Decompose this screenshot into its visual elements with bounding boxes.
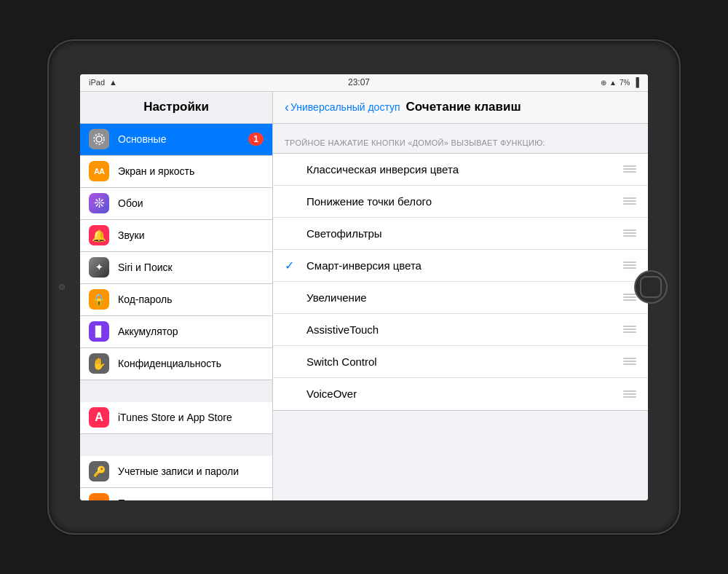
sidebar-item-osnov[interactable]: Основные 1 bbox=[80, 124, 272, 156]
mail-label: Почта bbox=[118, 498, 264, 500]
sidebar-item-wallpaper[interactable]: ❊ Обои bbox=[80, 188, 272, 220]
sidebar-item-sounds[interactable]: 🔔 Звуки bbox=[80, 220, 272, 252]
status-left: iPad ▲ bbox=[89, 78, 117, 87]
sidebar: Настройки Основные 1 AA Экран и ярк bbox=[80, 92, 273, 500]
sidebar-separator-2 bbox=[80, 434, 272, 456]
nav-back-button[interactable]: ‹ Универсальный доступ bbox=[285, 100, 400, 115]
smart-invert-check: ✓ bbox=[285, 259, 299, 272]
status-bar: iPad ▲ 23:07 ⊕ ▲ 7% ▐ bbox=[80, 74, 648, 92]
shortcut-list: ✓ Классическая инверсия цвета ✓ Понижени… bbox=[273, 153, 648, 411]
osnov-label: Основные bbox=[118, 133, 248, 145]
detail-content: ТРОЙНОЕ НАЖАТИЕ КНОПКИ «ДОМОЙ» ВЫЗЫВАЕТ … bbox=[273, 124, 648, 500]
sidebar-item-itunes[interactable]: A iTunes Store и App Store bbox=[80, 402, 272, 434]
list-item-classic[interactable]: ✓ Классическая инверсия цвета bbox=[273, 154, 648, 186]
sidebar-item-accounts[interactable]: 🔑 Учетные записи и пароли bbox=[80, 456, 272, 488]
ipad-frame: iPad ▲ 23:07 ⊕ ▲ 7% ▐ Настройки bbox=[47, 39, 681, 535]
switch-control-drag-icon bbox=[623, 358, 636, 365]
battery-item-icon: ▊ bbox=[89, 321, 109, 342]
privacy-icon: ✋ bbox=[89, 353, 109, 374]
nav-bar: ‹ Универсальный доступ Сочетание клавиш bbox=[273, 92, 648, 124]
battery-icon: ▐ bbox=[633, 77, 639, 87]
svg-point-0 bbox=[96, 136, 102, 142]
smart-invert-label: Смарт-инверсия цвета bbox=[306, 259, 616, 272]
screen-icon: AA bbox=[89, 161, 109, 181]
switch-control-check: ✓ bbox=[285, 355, 299, 369]
sounds-label: Звуки bbox=[118, 229, 264, 241]
list-item-smart-invert[interactable]: ✓ Смарт-инверсия цвета bbox=[273, 250, 648, 282]
battery-text: 7% bbox=[620, 79, 630, 87]
reduce-white-check: ✓ bbox=[285, 194, 299, 208]
reduce-white-drag-icon bbox=[623, 197, 636, 205]
sounds-icon: 🔔 bbox=[89, 225, 109, 245]
reduce-white-label: Понижение точки белого bbox=[306, 195, 616, 208]
voiceover-drag-icon bbox=[623, 390, 636, 398]
classic-drag-icon bbox=[623, 165, 636, 173]
signal-icon: ▲ bbox=[609, 79, 617, 87]
voiceover-label: VoiceOver bbox=[306, 388, 616, 400]
classic-check: ✓ bbox=[285, 162, 299, 176]
privacy-label: Конфиденциальность bbox=[118, 358, 264, 369]
sidebar-header: Настройки bbox=[80, 92, 272, 124]
filters-check: ✓ bbox=[285, 227, 299, 240]
home-button[interactable] bbox=[634, 270, 668, 304]
filters-label: Светофильтры bbox=[306, 227, 616, 240]
svg-point-1 bbox=[94, 134, 104, 144]
assistive-label: AssistiveTouch bbox=[306, 323, 616, 336]
wifi-icon: ▲ bbox=[109, 78, 117, 87]
siri-label: Siri и Поиск bbox=[118, 262, 264, 273]
main-area: Настройки Основные 1 AA Экран и ярк bbox=[80, 92, 648, 500]
screen-label: Экран и яркость bbox=[118, 165, 264, 177]
list-item-voiceover[interactable]: ✓ VoiceOver bbox=[273, 378, 648, 410]
detail-pane: ‹ Универсальный доступ Сочетание клавиш … bbox=[273, 92, 648, 500]
itunes-label: iTunes Store и App Store bbox=[118, 412, 264, 423]
sidebar-item-passcode[interactable]: 🔒 Код-пароль bbox=[80, 284, 272, 316]
nav-back-label: Универсальный доступ bbox=[290, 101, 400, 113]
status-right: ⊕ ▲ 7% ▐ bbox=[601, 77, 639, 87]
ipad-screen: iPad ▲ 23:07 ⊕ ▲ 7% ▐ Настройки bbox=[80, 74, 648, 500]
zoom-check: ✓ bbox=[285, 291, 299, 304]
sidebar-item-battery[interactable]: ▊ Аккумулятор bbox=[80, 316, 272, 348]
list-item-zoom[interactable]: ✓ Увеличение bbox=[273, 282, 648, 314]
voiceover-check: ✓ bbox=[285, 387, 299, 401]
sidebar-item-siri[interactable]: ✦ Siri и Поиск bbox=[80, 252, 272, 284]
back-chevron-icon: ‹ bbox=[285, 100, 289, 115]
list-item-switch-control[interactable]: ✓ Switch Control bbox=[273, 346, 648, 378]
zoom-drag-icon bbox=[623, 294, 636, 301]
assistive-check: ✓ bbox=[285, 323, 299, 337]
zoom-label: Увеличение bbox=[306, 291, 616, 304]
smart-invert-drag-icon bbox=[623, 262, 636, 269]
location-icon: ⊕ bbox=[601, 79, 606, 87]
accounts-label: Учетные записи и пароли bbox=[118, 465, 264, 477]
switch-control-label: Switch Control bbox=[306, 355, 616, 368]
sidebar-item-screen[interactable]: AA Экран и яркость bbox=[80, 156, 272, 188]
list-item-filters[interactable]: ✓ Светофильтры bbox=[273, 218, 648, 250]
battery-label: Аккумулятор bbox=[118, 326, 264, 337]
section-header: ТРОЙНОЕ НАЖАТИЕ КНОПКИ «ДОМОЙ» ВЫЗЫВАЕТ … bbox=[273, 138, 648, 153]
siri-icon: ✦ bbox=[89, 257, 109, 278]
osnov-badge: 1 bbox=[248, 133, 264, 146]
itunes-icon: A bbox=[89, 407, 109, 428]
home-button-inner bbox=[640, 276, 662, 298]
passcode-label: Код-пароль bbox=[118, 294, 264, 305]
classic-label: Классическая инверсия цвета bbox=[306, 163, 616, 176]
nav-title: Сочетание клавиш bbox=[406, 100, 521, 114]
assistive-drag-icon bbox=[623, 326, 636, 333]
list-item-reduce-white[interactable]: ✓ Понижение точки белого bbox=[273, 186, 648, 218]
wallpaper-label: Обои bbox=[118, 197, 264, 209]
side-button[interactable] bbox=[59, 284, 65, 290]
sidebar-item-mail[interactable]: ✉ Почта bbox=[80, 488, 272, 500]
sidebar-separator-1 bbox=[80, 380, 272, 402]
ipad-label: iPad bbox=[89, 78, 105, 87]
passcode-icon: 🔒 bbox=[89, 289, 109, 310]
filters-drag-icon bbox=[623, 229, 636, 237]
list-item-assistive[interactable]: ✓ AssistiveTouch bbox=[273, 314, 648, 346]
osnov-icon bbox=[89, 129, 109, 149]
wallpaper-icon: ❊ bbox=[89, 193, 109, 213]
mail-icon: ✉ bbox=[89, 493, 109, 500]
status-time: 23:07 bbox=[348, 77, 370, 87]
accounts-icon: 🔑 bbox=[89, 461, 109, 481]
sidebar-item-privacy[interactable]: ✋ Конфиденциальность bbox=[80, 348, 272, 380]
